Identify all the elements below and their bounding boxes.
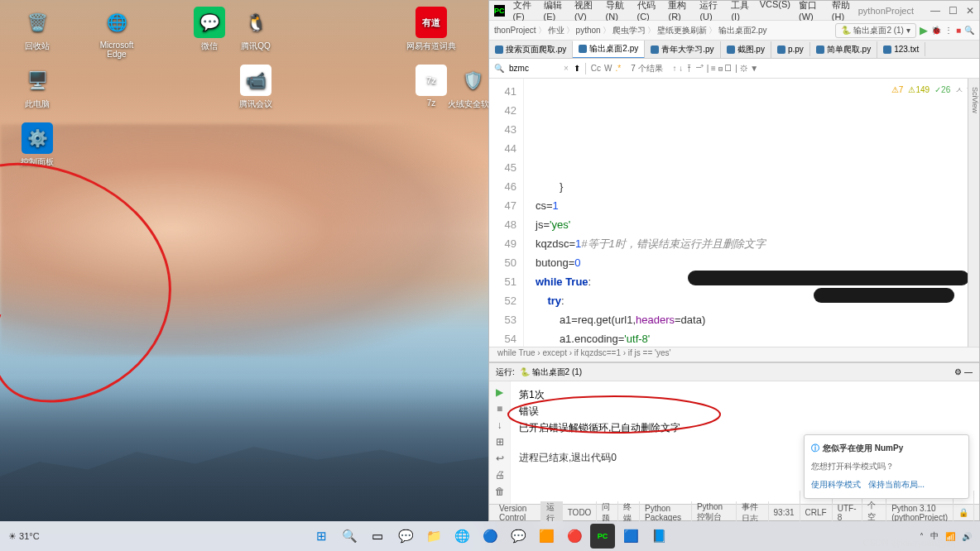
python-file-icon xyxy=(651,46,659,54)
sciview-tool-tab[interactable]: SciView xyxy=(968,79,979,347)
pycharm-taskbar-icon[interactable]: PC xyxy=(590,524,615,549)
code-breadcrumbs[interactable]: while True › except › if kqzdsc==1 › if … xyxy=(489,347,979,362)
console-line: 已开启错误解锁循环,已自动删除文字 xyxy=(519,419,971,436)
line-gutter: 4142434445464748495051525354 xyxy=(489,79,524,347)
stop-icon[interactable]: ■ xyxy=(497,403,502,414)
run-config-selector[interactable]: 🐍 输出桌面2 (1) ▾ xyxy=(835,23,916,38)
watermark: CSDN @xiaoyuan志鹏 xyxy=(863,537,955,549)
editor-tab[interactable]: 截图.py xyxy=(721,41,771,58)
app-icon-3[interactable]: 🟦 xyxy=(618,524,643,549)
red-circle-annotation xyxy=(0,153,207,418)
wechat-taskbar-icon[interactable]: 💬 xyxy=(506,524,531,549)
widgets-icon[interactable]: 💬 xyxy=(393,524,418,549)
python-file-icon xyxy=(816,46,824,54)
search-icon: 🔍 xyxy=(494,64,504,73)
menu-item[interactable]: 导航(N) xyxy=(603,0,632,22)
explorer-icon[interactable]: 📁 xyxy=(421,524,446,549)
app-icon-4[interactable]: 📘 xyxy=(646,524,671,549)
taskbar-center: ⊞ 🔍 ▭ 💬 📁 🌐 🔵 💬 🟧 🔴 PC 🟦 📘 xyxy=(309,524,671,549)
run-button-icon[interactable]: ▶ xyxy=(920,24,928,36)
desktop-icon-Microsoft Edge[interactable]: 🌐Microsoft Edge xyxy=(91,7,142,59)
print-icon[interactable]: 🖨 xyxy=(495,469,505,481)
editor-tabs: 搜索页面爬取.py输出桌面2.py青年大学习.py截图.pyp.py简单爬取.p… xyxy=(489,41,979,59)
python-file-icon xyxy=(727,46,735,54)
project-title: pythonProject xyxy=(858,6,914,16)
menu-item[interactable]: 工具(I) xyxy=(728,0,754,22)
editor-tab[interactable]: 123.txt xyxy=(877,42,925,56)
menu-item[interactable]: 运行(U) xyxy=(696,0,726,22)
pycharm-window: PC 文件(F)编辑(E)视图(V)导航(N)代码(C)重构(R)运行(U)工具… xyxy=(488,0,980,521)
console-line: 错误 xyxy=(519,403,971,419)
title-bar[interactable]: PC 文件(F)编辑(E)视图(V)导航(N)代码(C)重构(R)运行(U)工具… xyxy=(489,1,979,21)
more-run-icon[interactable]: ⋮ xyxy=(944,26,953,35)
desktop-icon-微信[interactable]: 💬微信 xyxy=(184,7,235,52)
desktop-icon-控制面板[interactable]: ⚙️控制面板 xyxy=(12,122,63,168)
desktop-icon-腾讯QQ[interactable]: 🐧腾讯QQ xyxy=(230,7,281,52)
close-icon[interactable]: ✕ xyxy=(966,5,974,17)
console-line: 第1次 xyxy=(519,386,971,403)
start-button[interactable]: ⊞ xyxy=(309,524,334,549)
maximize-icon[interactable]: ☐ xyxy=(949,5,958,17)
edge-taskbar-icon[interactable]: 🌐 xyxy=(449,524,474,549)
run-settings-icon[interactable]: ⚙ — xyxy=(954,367,973,376)
menu-item[interactable]: 帮助(H) xyxy=(829,0,858,22)
layout-icon[interactable]: ⊞ xyxy=(496,436,504,448)
editor[interactable]: 4142434445464748495051525354 ⚠7 ⚠149 ✓26… xyxy=(489,79,979,347)
desktop-icon-腾讯会议[interactable]: 📹腾讯会议 xyxy=(230,65,281,110)
tray-volume-icon[interactable]: 🔊 xyxy=(962,532,972,541)
editor-tab[interactable]: 输出桌面2.py xyxy=(573,41,645,59)
menu-item[interactable]: VCS(S) xyxy=(757,0,794,22)
editor-tab[interactable]: p.py xyxy=(771,42,810,56)
menu-item[interactable]: 重构(R) xyxy=(665,0,694,22)
search-input[interactable] xyxy=(509,64,559,73)
prev-occurrence-icon[interactable]: ⬆ xyxy=(574,64,580,73)
keep-layout-link[interactable]: 保持当前布局... xyxy=(868,480,925,489)
editor-tab[interactable]: 简单爬取.py xyxy=(810,41,877,58)
menu-item[interactable]: 文件(F) xyxy=(510,0,539,22)
menu-bar: 文件(F)编辑(E)视图(V)导航(N)代码(C)重构(R)运行(U)工具(I)… xyxy=(510,0,858,22)
inspections-widget[interactable]: ⚠7 ⚠149 ✓26 ㅅ ∨ xyxy=(891,80,973,99)
run-tool-window: 运行: 🐍 输出桌面2 (1) ⚙ — ▶ ■ ↓ ⊞ ↩ 🖨 🗑 第1次 错误… xyxy=(489,362,979,504)
info-icon: ⓘ xyxy=(811,440,819,457)
stop-button-icon[interactable]: ■ xyxy=(956,26,961,35)
result-count: 7 个结果 xyxy=(631,63,662,74)
run-tab-name[interactable]: 🐍 输出桌面2 (1) xyxy=(520,367,582,378)
console-output[interactable]: 第1次 错误 已开启错误解锁循环,已自动删除文字 进程已结束,退出代码0 ⓘ您似… xyxy=(511,381,979,504)
debug-button-icon[interactable]: 🐞 xyxy=(931,26,941,35)
editor-tab[interactable]: 青年大学习.py xyxy=(645,41,720,58)
clear-search-icon[interactable]: × xyxy=(564,64,569,73)
bottom-tool-bar: Version Control运行TODO问题终端Python Packages… xyxy=(489,504,979,520)
desktop-icon-此电脑[interactable]: 🖥️此电脑 xyxy=(12,65,63,110)
breadcrumb[interactable]: thonProject〉作业〉python〉爬虫学习〉壁纸更换刷新〉输出桌面2.… xyxy=(494,25,767,36)
weather-widget[interactable]: ☀ 31°C xyxy=(8,531,40,542)
code-area[interactable]: ⚠7 ⚠149 ✓26 ㅅ ∨ }cs=1js='yes'kqzdsc=1#等于… xyxy=(524,79,979,347)
python-file-icon xyxy=(883,46,891,54)
windows-taskbar[interactable]: ☀ 31°C ⊞ 🔍 ▭ 💬 📁 🌐 🔵 💬 🟧 🔴 PC 🟦 📘 ˄ 中 📶 … xyxy=(0,521,980,551)
menu-item[interactable]: 视图(V) xyxy=(571,0,601,22)
menu-item[interactable]: 代码(C) xyxy=(634,0,664,22)
desktop-icon-火绒安全软件[interactable]: 🛡️火绒安全软件 xyxy=(447,65,488,110)
task-view-icon[interactable]: ▭ xyxy=(365,524,390,549)
rerun-icon[interactable]: ▶ xyxy=(496,386,503,398)
python-file-icon xyxy=(579,45,587,53)
redacted-code-1 xyxy=(688,271,969,285)
use-sci-mode-link[interactable]: 使用科学模式 xyxy=(811,480,861,489)
chrome-icon[interactable]: 🔵 xyxy=(478,524,502,549)
desktop-icon-网易有道词典[interactable]: 有道网易有道词典 xyxy=(406,7,457,52)
app-icon-2[interactable]: 🔴 xyxy=(562,524,587,549)
desktop-wallpaper[interactable]: 🗑️回收站🌐Microsoft Edge💬微信🐧腾讯QQ有道网易有道词典🖥️此电… xyxy=(0,0,488,551)
app-icon-1[interactable]: 🟧 xyxy=(534,524,559,549)
python-file-icon xyxy=(495,46,503,54)
menu-item[interactable]: 窗口(W) xyxy=(795,0,827,22)
desktop-icon-回收站[interactable]: 🗑️回收站 xyxy=(12,7,63,52)
editor-tab[interactable]: 搜索页面爬取.py xyxy=(489,41,573,58)
down-icon[interactable]: ↓ xyxy=(497,419,502,431)
menu-item[interactable]: 编辑(E) xyxy=(540,0,570,22)
redacted-code-2 xyxy=(814,288,954,303)
wrap-icon[interactable]: ↩ xyxy=(496,453,504,464)
trash-icon[interactable]: 🗑 xyxy=(495,486,505,497)
search-everywhere-icon[interactable]: 🔍 xyxy=(964,26,974,35)
search-taskbar-icon[interactable]: 🔍 xyxy=(337,524,362,549)
minimize-icon[interactable]: — xyxy=(930,5,940,17)
navigation-bar: thonProject〉作业〉python〉爬虫学习〉壁纸更换刷新〉输出桌面2.… xyxy=(489,21,979,41)
